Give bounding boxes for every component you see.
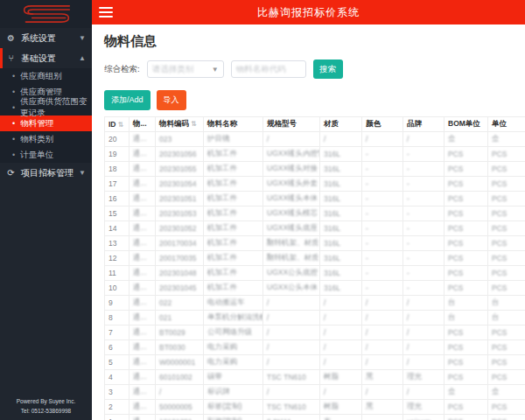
- sort-icon[interactable]: ⇅: [118, 121, 124, 129]
- cell: PCS: [444, 370, 488, 385]
- cell: /: [263, 132, 320, 147]
- cell: -: [362, 221, 403, 236]
- cell: 0.8*1M: [263, 415, 320, 420]
- search-button[interactable]: 搜索: [313, 60, 343, 79]
- cell: /: [362, 340, 403, 355]
- cell: 通...: [130, 221, 156, 236]
- table-row[interactable]: 14通...202301052机加工件UGXX锥头底座316L--PCSPCS: [105, 221, 525, 236]
- column-header[interactable]: ID⇅: [105, 117, 130, 132]
- table-row[interactable]: 11通...202301048机加工件UGXX公头底腔316L--PCSPCS: [105, 266, 525, 281]
- sidebar-item-计量单位[interactable]: •计量单位: [0, 147, 92, 163]
- table-row[interactable]: 16通...202301051机加工件UGXX锥头本体316L--PCSPCS: [105, 192, 525, 206]
- cell: 316L: [320, 147, 362, 162]
- cell: PCS: [444, 415, 488, 420]
- cell: -: [403, 192, 444, 206]
- cell: 机加工件: [204, 281, 263, 296]
- cell: PCS: [488, 266, 525, 281]
- cell: PCS: [444, 326, 488, 340]
- cell: -: [403, 147, 444, 162]
- table-row[interactable]: 8通...021单泵机分解清洗机////台台: [105, 311, 525, 326]
- table-row[interactable]: 20通...023护目镜////盒盒: [105, 132, 525, 147]
- cell: 316L: [320, 206, 362, 221]
- cell-id: 3: [105, 385, 130, 400]
- table-row[interactable]: 10通...202301045机加工件UGXX公头本体316L--PCSPCS: [105, 281, 525, 296]
- cell: /: [362, 296, 403, 311]
- cell: 布: [320, 415, 362, 420]
- cell: /: [403, 132, 444, 147]
- sidebar-item-供应商供货范围变更记录[interactable]: •供应商供货范围变更记录: [0, 100, 92, 116]
- import-button[interactable]: 导入: [157, 90, 186, 110]
- sidebar-item-物料类别[interactable]: •物料类别: [0, 131, 92, 147]
- cell: 标识牌: [204, 385, 263, 400]
- cell: -: [362, 266, 403, 281]
- footer-tel-text: Tel: 0512-53869998: [0, 407, 92, 416]
- topbar: 比赫询报招标价系统: [92, 0, 525, 24]
- table-row[interactable]: 13通...200170034机加工件翻转机架、材质316L--PCSPCS: [105, 236, 525, 251]
- cell: -: [362, 162, 403, 177]
- cell: 通...: [130, 192, 156, 206]
- table-row[interactable]: 19通...202301056机加工件UGXX锥头内腔管316L--PCSPCS: [105, 147, 525, 162]
- sidebar-group-系统设置[interactable]: ⚙系统设置▼: [0, 28, 92, 48]
- sidebar-group-基础设置[interactable]: ⑂基础设置▲: [0, 48, 92, 68]
- cell: /: [320, 311, 362, 326]
- powered-by-text: Powered By Suyee Inc.: [0, 397, 92, 406]
- chevron-up-icon: ▲: [79, 54, 86, 62]
- cell: 202301051: [156, 192, 204, 206]
- column-header: BOM单位: [444, 117, 488, 132]
- cell: 彩旗(定制): [204, 415, 263, 420]
- cell: /: [320, 296, 362, 311]
- add-button[interactable]: 添加/Add: [104, 90, 150, 110]
- table-row[interactable]: 4通...60101002碳带TSC TN610树脂黑理光PCSPCS: [105, 370, 525, 385]
- cell: 202301048: [156, 266, 204, 281]
- table-row[interactable]: 18通...202301055机加工件UGXX锥头对接316L--PCSPCS: [105, 162, 525, 177]
- cell: -: [403, 221, 444, 236]
- cell: 200170034: [156, 236, 204, 251]
- cell: 202301055: [156, 162, 204, 177]
- table-row[interactable]: 5通...W0000001电力采购////PCSPCS: [105, 355, 525, 370]
- cell: 通...: [130, 296, 156, 311]
- cell-id: 9: [105, 296, 130, 311]
- sort-icon[interactable]: ⇅: [191, 120, 197, 128]
- table-row[interactable]: 3通.../标识牌////盒盒: [105, 385, 525, 400]
- cell: 树脂: [320, 370, 362, 385]
- table-row[interactable]: 17通...202301054机加工件UGXX锥头外套316L--PCSPCS: [105, 177, 525, 192]
- cell: unicom: [403, 415, 444, 420]
- table-row[interactable]: 7通...BT0029公司网络升级////PCSPCS: [105, 326, 525, 340]
- cell: 通...: [130, 340, 156, 355]
- cell: 单泵机分解清洗机: [204, 311, 263, 326]
- cell: -: [403, 281, 444, 296]
- category-select[interactable]: 请选择类别 ▼: [147, 60, 224, 78]
- cell: /: [403, 385, 444, 400]
- table-row[interactable]: 1通...10101001彩旗(定制)0.8*1M布unicomPCSPCS: [105, 415, 525, 420]
- cell-id: 6: [105, 340, 130, 355]
- cell: PCS: [488, 370, 525, 385]
- cell: 机加工件: [204, 221, 263, 236]
- cell: 台: [444, 311, 488, 326]
- keyword-input[interactable]: 物料名称代码: [231, 60, 306, 78]
- cell: -: [362, 206, 403, 221]
- column-header[interactable]: 物料编码⇅: [156, 117, 204, 132]
- table-row[interactable]: 6通...BT0030电力采购////PCSPCS: [105, 340, 525, 355]
- table-row[interactable]: 15通...202301053机加工件UGXX锥头模芯316L--PCSPCS: [105, 206, 525, 221]
- cell: 护目镜: [204, 132, 263, 147]
- cell: UGXX锥头外套: [263, 177, 320, 192]
- cell: /: [362, 132, 403, 147]
- table-row[interactable]: 9通...022电动搬运车////台台: [105, 296, 525, 311]
- cell: 通...: [130, 370, 156, 385]
- cell: 碳带: [204, 370, 263, 385]
- table-row[interactable]: 2通...50000005标签(定制)TSC TN610树脂黑理光PCSPCS: [105, 400, 525, 415]
- cell: PCS: [444, 251, 488, 266]
- sidebar-menu: ⚙系统设置▼⑂基础设置▲•供应商组别•供应商管理•供应商供货范围变更记录•物料管…: [0, 28, 92, 183]
- column-header: 单位: [488, 117, 525, 132]
- table-row[interactable]: 12通...200170035机加工件翻转机架、材质316L--PCSPCS: [105, 251, 525, 266]
- cell: PCS: [488, 400, 525, 415]
- sidebar-group-项目招标管理[interactable]: ⟳项目招标管理▼: [0, 163, 92, 183]
- cell: 黑: [362, 400, 403, 415]
- bullet-icon: •: [12, 88, 15, 96]
- app-title: 比赫询报招标价系统: [92, 5, 525, 20]
- column-header: 颜色: [362, 117, 403, 132]
- cell: -: [362, 281, 403, 296]
- sidebar-item-供应商组别[interactable]: •供应商组别: [0, 68, 92, 84]
- cell: /: [156, 385, 204, 400]
- cell: 202301054: [156, 177, 204, 192]
